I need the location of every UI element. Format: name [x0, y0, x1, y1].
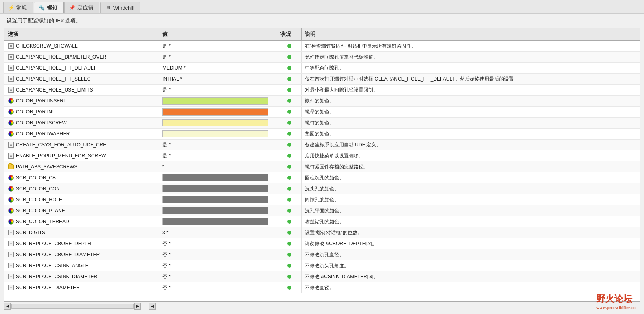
scroll-track[interactable] — [11, 304, 134, 309]
td-desc: 圆柱沉孔的颜色。 — [302, 172, 640, 183]
status-dot — [287, 99, 291, 103]
row-value: 否 * — [162, 284, 171, 291]
watermark-sub: www.proewildfire.cn — [596, 305, 636, 310]
td-name: ≡SCR_REPLACE_CBORE_DIAMETER — [4, 249, 159, 260]
td-status — [277, 129, 302, 139]
table-row[interactable]: SCR_COLOR_CON 沉头孔的颜色。 — [4, 183, 640, 194]
td-desc: 不修改沉头孔角度。 — [302, 260, 640, 271]
bottom-scrollbar[interactable]: ◀ ▶ ◀ — [4, 302, 640, 310]
table-row[interactable]: SCR_COLOR_CB 圆柱沉孔的颜色。 — [4, 172, 640, 183]
td-name: ≡SCR_REPLACE_DIAMETER — [4, 282, 159, 293]
table-row[interactable]: SCR_COLOR_HOLE 间隙孔的颜色。 — [4, 194, 640, 205]
option-name: COLOR_PARTNUT — [16, 109, 59, 115]
option-name: SCR_COLOR_CON — [16, 186, 60, 192]
td-desc: 不修改沉孔直径。 — [302, 249, 640, 260]
watermark-main: 野火论坛 — [596, 293, 636, 305]
row-icon-color — [8, 120, 14, 126]
row-icon-color — [8, 196, 14, 203]
table-row[interactable]: SCR_COLOR_PLANE 沉孔平面的颜色。 — [4, 205, 640, 216]
table-row[interactable]: COLOR_PARTWASHER 垫圈的颜色。 — [4, 129, 640, 140]
row-value: 是 * — [162, 54, 171, 61]
table-row[interactable]: SCR_COLOR_THREAD 攻丝钻孔的颜色。 — [4, 216, 640, 227]
table-row[interactable]: ≡CLEARANCE_HOLE_USE_LIMITS 是 * 对最小和最大间隙孔… — [4, 85, 640, 96]
table-row[interactable]: ≡SCR_REPLACE_CBORE_DIAMETER 否 * 不修改沉孔直径。 — [4, 249, 640, 260]
color-swatch — [162, 130, 268, 137]
td-value: 3 * — [159, 227, 277, 238]
color-swatch — [162, 185, 268, 192]
tab-定位销[interactable]: 📌定位销 — [64, 2, 99, 13]
table-row[interactable]: ≡CLEARANCE_HOLE_DIAMETER_OVER 是 * 允许指定间隙… — [4, 52, 640, 63]
row-icon-text: ≡ — [8, 76, 14, 82]
table-row[interactable]: ≡SCR_REPLACE_CBORE_DEPTH 否 * 请勿修改 &CBORE… — [4, 238, 640, 249]
td-value — [159, 129, 277, 139]
color-swatch — [162, 207, 268, 214]
td-status — [277, 183, 302, 194]
table-row[interactable]: ≡CREATE_CSYS_FOR_AUTO_UDF_CRE 是 * 创建坐标系以… — [4, 140, 640, 150]
table-row[interactable]: ≡SCR_REPLACE_CSINK_DIAMETER 否 * 不修改 &CSI… — [4, 271, 640, 282]
table-row[interactable]: ≡CHECKSCREW_SHOWALL 是 * 在"检查螺钉紧固件"对话框中显示… — [4, 41, 640, 52]
td-desc: 不修改 &CSINK_DIAMETER[.x]。 — [302, 271, 640, 282]
option-name: PATH_ABS_SAVESCREWS — [16, 164, 77, 170]
table-row[interactable]: ≡SCR_DIGITS 3 * 设置"螺钉对话框"的位数。 — [4, 227, 640, 238]
main-window: ⚡常规🔩螺钉📌定位销🖥Windchill 设置用于配置螺钉的 IFX 选项。 选… — [0, 0, 644, 314]
td-name: ≡SCR_REPLACE_CBORE_DEPTH — [4, 238, 159, 249]
scroll-left-btn[interactable]: ◀ — [4, 303, 11, 310]
option-name: SCR_COLOR_CB — [16, 175, 56, 181]
status-dot — [287, 143, 291, 147]
table-row[interactable]: COLOR_PARTINSERT 嵌件的颜色。 — [4, 96, 640, 107]
options-table: 选项 值 状况 说明 ≡CHECKSCREW_SHOWALL 是 * 在"检查螺… — [4, 28, 640, 302]
td-status — [277, 282, 302, 293]
row-value: 否 * — [162, 240, 171, 247]
row-icon-text: ≡ — [8, 262, 14, 269]
table-row[interactable]: ≡CLEARANCE_HOLE_FIT_DEFAULT MEDIUM * 中等配… — [4, 63, 640, 74]
col-header-desc: 说明 — [302, 28, 640, 40]
status-dot — [287, 253, 291, 257]
color-swatch — [162, 97, 268, 105]
row-icon-text: ≡ — [8, 251, 14, 258]
table-row[interactable]: COLOR_PARTSCREW 螺钉的颜色。 — [4, 118, 640, 129]
table-row[interactable]: ≡SCR_REPLACE_CSINK_ANGLE 否 * 不修改沉头孔角度。 — [4, 260, 640, 271]
scroll-left-btn2[interactable]: ◀ — [149, 303, 156, 310]
td-desc: 允许指定间隙孔值来替代标准值。 — [302, 52, 640, 62]
table-row[interactable]: PATH_ABS_SAVESCREWS * 螺钉紧固件存档的完整路径。 — [4, 161, 640, 172]
option-name: ENABLE_POPUP_MENU_FOR_SCREW — [16, 153, 106, 159]
tab-Windchill[interactable]: 🖥Windchill — [100, 2, 140, 13]
main-content: 选项 值 状况 说明 ≡CHECKSCREW_SHOWALL 是 * 在"检查螺… — [0, 28, 644, 314]
tab-常规[interactable]: ⚡常规 — [3, 2, 33, 13]
table-row[interactable]: COLOR_PARTNUT 螺母的颜色。 — [4, 107, 640, 118]
status-dot — [287, 88, 291, 92]
td-name: SCR_COLOR_THREAD — [4, 216, 159, 227]
color-swatch — [162, 119, 268, 126]
td-name: ≡SCR_REPLACE_CSINK_DIAMETER — [4, 271, 159, 282]
status-dot — [287, 121, 291, 125]
td-status — [277, 85, 302, 95]
option-name: CLEARANCE_HOLE_FIT_SELECT — [16, 76, 94, 82]
td-value: 是 * — [159, 52, 277, 62]
td-status — [277, 41, 302, 51]
tab-螺钉[interactable]: 🔩螺钉 — [34, 2, 64, 13]
td-desc: 间隙孔的颜色。 — [302, 194, 640, 205]
row-value: 是 * — [162, 43, 171, 50]
row-icon-color — [8, 98, 14, 104]
table-row[interactable]: ≡CLEARANCE_HOLE_FIT_SELECT INITIAL * 仅在首… — [4, 74, 640, 85]
row-value: 是 * — [162, 87, 171, 94]
table-row[interactable]: ≡SCR_REPLACE_DIAMETER 否 * 不修改直径。 — [4, 282, 640, 293]
row-value: 是 * — [162, 153, 171, 159]
table-body[interactable]: ≡CHECKSCREW_SHOWALL 是 * 在"检查螺钉紧固件"对话框中显示… — [4, 41, 640, 301]
td-status — [277, 216, 302, 227]
td-name: COLOR_PARTINSERT — [4, 96, 159, 106]
status-dot — [287, 187, 291, 191]
td-desc: 嵌件的颜色。 — [302, 96, 640, 106]
td-status — [277, 63, 302, 73]
status-dot — [287, 231, 291, 235]
watermark: 野火论坛 www.proewildfire.cn — [596, 293, 636, 310]
row-value: 否 * — [162, 251, 171, 258]
table-row[interactable]: ≡ENABLE_POPUP_MENU_FOR_SCREW 是 * 启用快捷菜单以… — [4, 150, 640, 161]
td-value — [159, 183, 277, 194]
scroll-right-btn[interactable]: ▶ — [134, 303, 141, 310]
td-desc: 中等配合间隙孔。 — [302, 63, 640, 73]
row-icon-color — [8, 109, 14, 115]
td-value: 是 * — [159, 41, 277, 51]
color-swatch — [162, 196, 268, 203]
td-value: INITIAL * — [159, 74, 277, 84]
